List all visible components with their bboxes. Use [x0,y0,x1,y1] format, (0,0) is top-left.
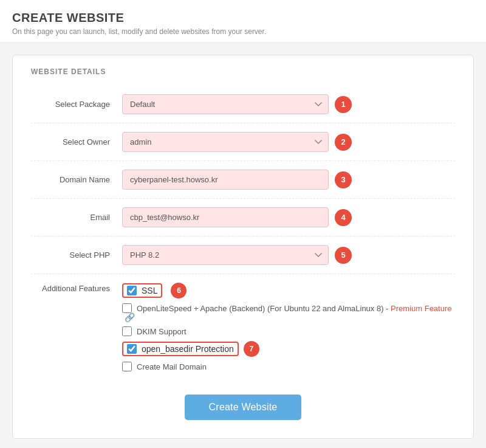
external-link-icon: 🔗 [125,313,133,322]
email-input[interactable] [122,207,329,227]
step-badge-6: 6 [171,283,187,298]
create-btn-row: Create Website [31,395,455,420]
create-mail-label: Create Mail Domain [137,362,207,371]
dkim-checkbox[interactable] [122,326,132,336]
open-basedir-feature-row: open_basedir Protection 7 [122,341,455,357]
step-badge-5: 5 [335,247,352,264]
open-basedir-label: open_basedir Protection [142,344,234,354]
select-owner-label: Select Owner [31,137,122,146]
email-label: Email [31,213,122,222]
select-php-row: Select PHP PHP 8.2 PHP 8.1 PHP 8.0 PHP 7… [31,236,455,274]
features-list: SSL 6 OpenLiteSpeed + Apache (Backend) (… [122,283,455,371]
select-owner-dropdown[interactable]: admin user1 user2 [122,132,329,152]
openlitespeed-checkbox[interactable] [122,303,132,313]
email-wrap: 4 [122,207,455,227]
select-php-dropdown[interactable]: PHP 8.2 PHP 8.1 PHP 8.0 PHP 7.4 [122,245,329,265]
ssl-checkbox[interactable] [127,286,137,295]
email-row: Email 4 [31,199,455,236]
page-header: CREATE WEBSITE On this page you can laun… [0,0,486,43]
open-basedir-badge-wrap: open_basedir Protection [122,342,239,356]
open-basedir-checkbox[interactable] [127,344,137,354]
domain-name-wrap: 3 [122,170,455,190]
website-details-card: WEBSITE DETAILS Select Package Default P… [12,55,474,439]
page-subtitle: On this page you can launch, list, modif… [12,27,474,36]
ssl-feature-row: SSL 6 [122,283,455,298]
select-package-dropdown[interactable]: Default Package1 Package2 [122,94,329,114]
page-title: CREATE WEBSITE [12,11,474,25]
select-php-wrap: PHP 8.2 PHP 8.1 PHP 8.0 PHP 7.4 5 [122,245,455,265]
domain-name-row: Domain Name 3 [31,161,455,199]
step-badge-2: 2 [335,134,352,151]
additional-features-row: Additional Features SSL 6 OpenLiteSpeed … [31,274,455,380]
select-php-label: Select PHP [31,250,122,260]
card-title: WEBSITE DETAILS [31,67,455,76]
openlitespeed-label: OpenLiteSpeed + Apache (Backend) (For Ub… [137,304,391,313]
select-owner-wrap: admin user1 user2 2 [122,132,455,152]
select-package-wrap: Default Package1 Package2 1 [122,94,455,114]
openlitespeed-row: OpenLiteSpeed + Apache (Backend) (For Ub… [122,303,455,322]
create-mail-checkbox[interactable] [122,362,132,371]
select-package-label: Select Package [31,100,122,109]
step-badge-1: 1 [335,96,352,113]
create-website-button[interactable]: Create Website [185,395,302,420]
additional-features-label: Additional Features [31,283,122,293]
premium-feature-link[interactable]: Premium Feature [391,304,451,313]
ssl-badge-wrap: SSL [122,283,162,298]
step-badge-3: 3 [335,171,352,188]
domain-name-input[interactable] [122,170,329,190]
step-badge-7: 7 [244,341,259,357]
select-owner-row: Select Owner admin user1 user2 2 [31,123,455,161]
dkim-label: DKIM Support [137,327,187,336]
select-package-row: Select Package Default Package1 Package2… [31,86,455,123]
create-mail-row: Create Mail Domain [122,362,455,371]
dkim-feature-row: DKIM Support [122,326,455,336]
main-content: WEBSITE DETAILS Select Package Default P… [0,43,486,448]
step-badge-4: 4 [335,209,352,226]
domain-name-label: Domain Name [31,175,122,184]
ssl-label: SSL [142,286,157,295]
